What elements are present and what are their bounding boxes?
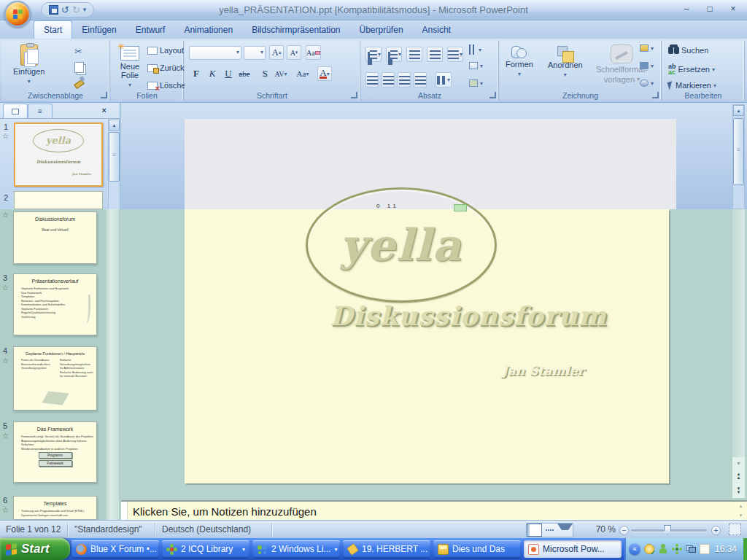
language-indicator[interactable]: Deutsch (Deutschland) bbox=[162, 524, 251, 534]
tab-gliederung[interactable]: ≡ bbox=[28, 104, 53, 118]
paste-button[interactable]: Einfügen ▾ bbox=[13, 44, 44, 86]
taskbar-item-firefox[interactable]: Blue X Forum •... bbox=[71, 540, 159, 558]
justify-button[interactable] bbox=[414, 72, 427, 88]
arrange-button[interactable]: Anordnen▾ bbox=[548, 46, 583, 79]
drawing-dialog-launcher[interactable] bbox=[652, 92, 659, 98]
font-size-combo[interactable] bbox=[244, 46, 266, 60]
clipboard-dialog-launcher[interactable] bbox=[101, 92, 107, 98]
align-text-button[interactable]: ▾ bbox=[469, 62, 483, 69]
delete-slide-button[interactable]: Löschen bbox=[147, 81, 190, 90]
tab-folien[interactable] bbox=[3, 104, 28, 118]
zoom-level[interactable]: 70 % bbox=[596, 524, 616, 534]
scrollbar-thumb[interactable]: ≡ bbox=[733, 118, 744, 185]
copy-button[interactable] bbox=[74, 62, 84, 73]
shrink-font-button[interactable]: A▾ bbox=[287, 45, 301, 60]
design-name[interactable]: "Standarddesign" bbox=[74, 524, 142, 534]
taskbar-item-windows-live[interactable]: 2 Windows Li...▾ bbox=[252, 540, 340, 558]
clear-formatting-button[interactable]: Aa bbox=[306, 45, 321, 60]
new-slide-button[interactable]: ✳ Neue Folie ▾ bbox=[115, 46, 144, 90]
font-name-combo[interactable] bbox=[189, 46, 241, 60]
slide-thumbnail-1[interactable]: yella Diskussionsforum Jan Stamler bbox=[14, 122, 103, 187]
find-button[interactable]: Suchen bbox=[668, 46, 708, 55]
change-case-button[interactable]: Aa▾ bbox=[295, 66, 310, 81]
scroll-up-icon[interactable]: ▴ bbox=[735, 502, 747, 510]
minimize-button[interactable]: – bbox=[678, 3, 694, 15]
group-expand-icon[interactable]: ▾ bbox=[334, 546, 337, 553]
tab-bildschirmpraesentation[interactable]: Bildschirmpräsentation bbox=[242, 21, 349, 39]
panel-close-icon[interactable]: × bbox=[102, 106, 107, 114]
notes-scrollbar[interactable]: ▴ ▾ bbox=[735, 502, 747, 520]
hide-icons-chevron[interactable]: « bbox=[629, 543, 640, 555]
qat-customize-icon[interactable]: ▾ bbox=[83, 5, 87, 15]
slideshow-button[interactable] bbox=[557, 524, 573, 537]
select-button[interactable]: Markieren▾ bbox=[668, 81, 716, 90]
tab-start[interactable]: Start bbox=[34, 20, 72, 39]
shape-fill-button[interactable]: ▾ bbox=[640, 44, 654, 52]
panel-scrollbar[interactable]: ▴ ≡ bbox=[108, 120, 120, 209]
layout-button[interactable]: Layout▾ bbox=[147, 46, 189, 55]
bold-button[interactable]: F bbox=[189, 66, 204, 81]
zoom-slider-thumb[interactable] bbox=[664, 525, 671, 534]
taskbar-item-dies-und-das[interactable]: Dies und Das bbox=[433, 540, 521, 558]
tab-animationen[interactable]: Animationen bbox=[174, 21, 242, 39]
text-direction-button[interactable]: ▾ bbox=[469, 44, 481, 55]
cut-button[interactable]: ✂ bbox=[74, 46, 82, 57]
tab-ueberpruefen[interactable]: Überprüfen bbox=[350, 21, 413, 39]
decrease-indent-button[interactable] bbox=[406, 47, 422, 62]
align-center-button[interactable] bbox=[382, 72, 395, 88]
slide-thumbnail-4[interactable]: Geplante Funktionen / Hauptziele Foren a… bbox=[13, 346, 97, 411]
undo-icon[interactable]: ↺ bbox=[61, 5, 69, 15]
slide-thumbnail-5[interactable]: Das Framework Framework (engl. Gerüst) a… bbox=[13, 421, 97, 483]
increase-indent-button[interactable] bbox=[427, 47, 443, 62]
fit-to-window-button[interactable] bbox=[729, 524, 741, 535]
character-spacing-button[interactable]: AV▾ bbox=[274, 66, 288, 81]
update-clock-icon[interactable] bbox=[644, 544, 654, 554]
grow-font-button[interactable]: A▴ bbox=[269, 45, 284, 60]
main-scrollbar-top[interactable]: ▴ ≡ bbox=[732, 104, 745, 209]
font-color-button[interactable]: A▾ bbox=[317, 66, 332, 81]
italic-button[interactable]: K bbox=[205, 66, 220, 81]
shape-effects-button[interactable]: ▾ bbox=[640, 79, 654, 87]
start-button[interactable]: Start bbox=[0, 538, 70, 560]
align-right-button[interactable] bbox=[398, 72, 411, 88]
font-dialog-launcher[interactable] bbox=[351, 92, 357, 98]
zoom-out-button[interactable]: − bbox=[619, 526, 629, 535]
restore-button[interactable]: □ bbox=[702, 3, 718, 15]
group-expand-icon[interactable]: ▾ bbox=[242, 546, 245, 553]
normal-view-button[interactable] bbox=[527, 524, 542, 537]
office-button[interactable] bbox=[4, 1, 31, 27]
tray-app-icon[interactable] bbox=[700, 544, 710, 554]
main-scrollbar-track[interactable] bbox=[732, 209, 745, 457]
tab-einfuegen[interactable]: Einfügen bbox=[72, 21, 125, 39]
line-spacing-button[interactable]: ▾ bbox=[447, 47, 463, 62]
next-slide-button[interactable]: ▼▼ bbox=[737, 487, 741, 494]
columns-button[interactable]: ▾ bbox=[436, 72, 452, 88]
slide-thumbnail-2[interactable]: Diskussionsforum Real und Virtuell bbox=[13, 211, 97, 264]
taskbar-item-powerpoint[interactable]: Microsoft Pow... bbox=[524, 540, 622, 558]
text-shadow-button[interactable]: S bbox=[258, 66, 272, 81]
scrollbar-thumb[interactable]: ≡ bbox=[109, 132, 120, 182]
scroll-down-icon[interactable]: ▼ bbox=[736, 461, 741, 466]
slide-thumbnail-3[interactable]: Präsentationsverlauf Geplante Funktionen… bbox=[13, 273, 97, 335]
bullets-button[interactable]: ▾ bbox=[365, 47, 382, 62]
panel-scroll-track[interactable] bbox=[106, 209, 119, 520]
notes-pane[interactable]: Klicken Sie, um Notizen hinzuzufügen ▴ ▾ bbox=[121, 500, 747, 520]
save-icon[interactable] bbox=[49, 5, 58, 15]
strikethrough-button[interactable]: abe bbox=[237, 66, 252, 81]
slide-title-text[interactable]: Diskussionsforum bbox=[330, 300, 607, 331]
underline-button[interactable]: U bbox=[221, 66, 236, 81]
shapes-button[interactable]: Formen▾ bbox=[506, 46, 533, 79]
icq-tray-icon[interactable] bbox=[672, 544, 682, 554]
slide-thumbnail-2-partial[interactable] bbox=[14, 191, 103, 209]
scroll-up-icon[interactable]: ▴ bbox=[109, 120, 120, 131]
replace-button[interactable]: abacErsetzen▾ bbox=[668, 63, 715, 75]
slide-thumbnail-6[interactable]: Templates Trennung von Programmcode und … bbox=[13, 496, 97, 520]
close-button[interactable]: × bbox=[725, 3, 741, 15]
tab-ansicht[interactable]: Ansicht bbox=[413, 21, 460, 39]
paragraph-dialog-launcher[interactable] bbox=[489, 92, 496, 98]
messenger-status-icon[interactable] bbox=[658, 544, 668, 554]
numbering-button[interactable]: ▾ bbox=[386, 47, 402, 62]
smartart-button[interactable]: ▾ bbox=[469, 79, 483, 87]
shape-outline-button[interactable]: ▾ bbox=[640, 62, 654, 69]
notes-placeholder[interactable]: Klicken Sie, um Notizen hinzuzufügen bbox=[133, 505, 317, 518]
